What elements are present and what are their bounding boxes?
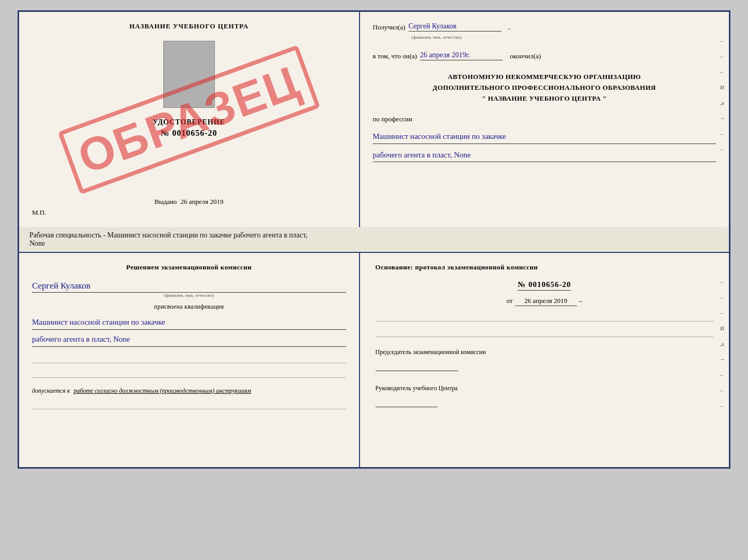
blank-right-2 (376, 328, 713, 337)
po-professii-label: по профессии (373, 114, 716, 123)
profession-line1: Машинист насосной станции по закачке (373, 131, 716, 144)
vtom-value: 26 апреля 2019г. (420, 51, 503, 60)
blank-right-1 (376, 312, 713, 322)
cert-top-right-panel: Получил(а) Сергей Кулаков – (фамилия, им… (360, 12, 729, 227)
protocol-number: № 0010656-20 (518, 280, 571, 291)
profession-label: по профессии (373, 115, 413, 123)
vtom-label: в том, что он(а) (373, 52, 417, 60)
udost-number: № 0010656-20 (153, 129, 225, 138)
photo-placeholder (163, 41, 215, 108)
certificate-bottom: Решением экзаменационной комиссии Сергей… (18, 252, 730, 469)
blank-line-1 (32, 354, 346, 363)
side-marks-bottom: – – – И ,а ← – – – (720, 279, 726, 409)
rukovoditel-block: Руководитель учебного Центра (376, 383, 713, 407)
name-subtext: (фамилия, имя, отчество) (32, 293, 346, 298)
subtitle-text: Рабочая специальность - Машинист насосно… (29, 231, 307, 239)
subtitle-area: Рабочая специальность - Машинист насосно… (18, 227, 730, 252)
side-marks-top: – – – И ,а ← – – (720, 38, 726, 152)
qual-line2: рабочего агента в пласт, None (32, 333, 346, 347)
predsedatel-block: Председатель экзаменационной комиссии (376, 347, 713, 371)
vydano-date: 26 апреля 2019 (181, 198, 224, 205)
familiya-hint: (фамилия, имя, отчество) (412, 35, 716, 40)
person-name-block: Сергей Кулаков (фамилия, имя, отчество) (32, 281, 346, 298)
vydano-line: Выдано 26 апреля 2019 (154, 193, 223, 206)
udost-block: УДОСТОВЕРЕНИЕ № 0010656-20 (153, 118, 225, 138)
org-block: АВТОНОМНУЮ НЕКОММЕРЧЕСКУЮ ОРГАНИЗАЦИЮ ДО… (373, 72, 716, 104)
okonchil-label: окончил(а) (510, 52, 541, 60)
blank-line-2 (32, 369, 346, 378)
predsedatel-signature (376, 361, 458, 371)
dash-after-name: – (508, 25, 511, 31)
profession-line2: рабочего агента в пласт, None (373, 149, 716, 163)
org-line2: ДОПОЛНИТЕЛЬНОГО ПРОФЕССИОНАЛЬНОГО ОБРАЗО… (373, 83, 716, 93)
rukovoditel-label: Руководитель учебного Центра (376, 383, 713, 393)
cert-top-left-panel: НАЗВАНИЕ УЧЕБНОГО ЦЕНТРА ОБРАЗЕЦ УДОСТОВ… (19, 12, 360, 227)
osnovanie-label: Основание: протокол экзаменационной коми… (376, 263, 713, 271)
ot-label: от (506, 297, 512, 305)
ot-date: 26 апреля 2019 (515, 297, 577, 306)
dopusk-line: допускается к работе согласно должностны… (32, 387, 346, 395)
certificate-top: НАЗВАНИЕ УЧЕБНОГО ЦЕНТРА ОБРАЗЕЦ УДОСТОВ… (18, 10, 730, 227)
poluchil-row: Получил(а) Сергей Кулаков – (373, 22, 716, 31)
ot-row: от 26 апреля 2019 – (376, 297, 713, 306)
rukovoditel-signature (376, 397, 438, 407)
org-line1: АВТОНОМНУЮ НЕКОММЕРЧЕСКУЮ ОРГАНИЗАЦИЮ (373, 72, 716, 83)
ot-dash: – (579, 297, 583, 305)
dopusk-label: допускается к (32, 387, 70, 394)
org-line3: " НАЗВАНИЕ УЧЕБНОГО ЦЕНТРА " (373, 93, 716, 104)
komissia-title: Решением экзаменационной комиссии (32, 263, 346, 271)
poluchil-label: Получил(а) (373, 23, 406, 31)
person-name-value: Сергей Кулаков (32, 281, 346, 293)
qual-line1: Машинист насосной станции по закачке (32, 316, 346, 330)
cert-bottom-left-panel: Решением экзаменационной комиссии Сергей… (19, 253, 360, 467)
blank-line-3 (32, 400, 346, 409)
cert-bottom-right-panel: Основание: протокол экзаменационной коми… (360, 253, 729, 467)
cert-top-title: НАЗВАНИЕ УЧЕБНОГО ЦЕНТРА (129, 22, 248, 30)
prisvoena-label: присвоена квалификация (32, 303, 346, 311)
rukovoditel-sig-line (376, 397, 713, 407)
dopusk-block: допускается к работе согласно должностны… (32, 387, 346, 409)
mp-label: М.П. (32, 209, 46, 217)
vtom-row: в том, что он(а) 26 апреля 2019г. окончи… (373, 51, 716, 60)
vydano-label: Выдано (154, 198, 177, 205)
poluchil-value: Сергей Кулаков (409, 22, 502, 31)
subtitle-text2: None (29, 239, 45, 247)
udost-label: УДОСТОВЕРЕНИЕ (153, 118, 225, 126)
predsedatel-label: Председатель экзаменационной комиссии (376, 347, 713, 357)
dopusk-value: работе согласно должностным (производств… (73, 387, 251, 394)
predsedatel-sig-line (376, 361, 713, 371)
protocol-number-block: № 0010656-20 (376, 280, 713, 291)
